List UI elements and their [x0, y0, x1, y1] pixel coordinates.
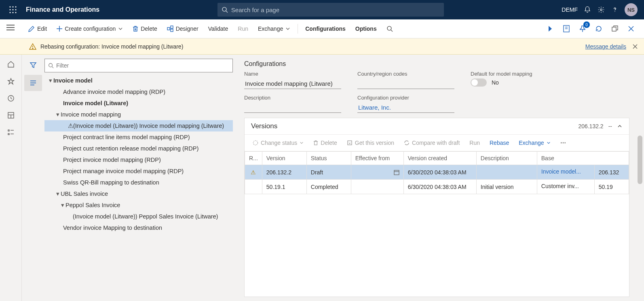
toolbar-search-button[interactable]	[382, 23, 397, 34]
edit-label: Edit	[37, 25, 47, 32]
edit-button[interactable]: Edit	[24, 23, 51, 34]
cell-created: 6/30/2020 04:38:03 AM	[403, 165, 476, 180]
search-icon	[48, 63, 54, 68]
tree-node[interactable]: ▾UBL Sales invoice	[44, 188, 233, 199]
rebase-button[interactable]: Rebase	[486, 138, 512, 148]
exchange-button[interactable]: Exchange	[254, 23, 294, 34]
app-launcher-icon[interactable]	[3, 6, 23, 13]
configurations-tab[interactable]: Configurations	[301, 23, 350, 34]
tree-node[interactable]: Swiss QR-Bill mapping to destination	[44, 177, 233, 188]
rail-home-icon[interactable]	[2, 56, 20, 72]
name-value[interactable]: Invoice model mapping (Litware)	[244, 78, 341, 89]
pin-icon[interactable]: 0	[576, 22, 589, 35]
col-effective[interactable]: Effective from	[351, 152, 403, 165]
chevron-up-icon[interactable]	[617, 123, 623, 129]
tree-node[interactable]: Project cust retention release model map…	[44, 143, 233, 154]
tree-node[interactable]: ▾Invoice model mapping	[44, 109, 233, 120]
topbar-right: DEMF NS	[562, 3, 641, 16]
main-area: ▾Invoice model Advance invoice model map…	[0, 55, 644, 301]
col-created[interactable]: Version created	[403, 152, 476, 165]
run-button: Run	[234, 23, 252, 34]
default-toggle[interactable]	[471, 78, 487, 87]
company-label[interactable]: DEMF	[562, 6, 578, 13]
search-input[interactable]	[231, 6, 440, 13]
svg-point-11	[600, 9, 602, 11]
notification-text: Rebasing configuration: Invoice model ma…	[40, 43, 183, 50]
svg-point-45	[49, 64, 53, 67]
tree-node[interactable]: (Invoice model (Litware)) Peppol Sales I…	[44, 211, 233, 222]
cell-base-name[interactable]: Invoice model...	[541, 168, 581, 175]
country-value[interactable]	[357, 78, 454, 89]
attach-icon[interactable]	[544, 22, 557, 35]
tree-node-root[interactable]: ▾Invoice model	[44, 75, 233, 86]
svg-point-3	[9, 9, 11, 10]
close-icon[interactable]	[625, 22, 638, 35]
gear-icon[interactable]	[597, 6, 605, 14]
validate-button[interactable]: Validate	[204, 23, 232, 34]
svg-point-9	[222, 7, 226, 11]
versions-exchange-button[interactable]: Exchange	[515, 138, 553, 148]
options-tab[interactable]: Options	[351, 23, 381, 34]
rail-workspace-icon[interactable]	[2, 107, 20, 123]
versions-toolbar: Change status Delete Get this version Co…	[245, 135, 629, 151]
svg-point-1	[12, 6, 13, 7]
popout-icon[interactable]	[608, 22, 621, 35]
svg-point-12	[614, 11, 615, 12]
tree-node[interactable]: Project invoice model mapping (RDP)	[44, 154, 233, 165]
col-r[interactable]: R...	[245, 152, 262, 165]
bell-icon[interactable]	[583, 6, 591, 14]
list-view-icon[interactable]	[24, 75, 42, 91]
tree-node-selected[interactable]: ⚠(Invoice model (Litware)) Invoice model…	[44, 120, 233, 131]
designer-button[interactable]: Designer	[163, 23, 203, 34]
download-icon	[347, 140, 353, 146]
tree-node[interactable]: Project contract line items model mappin…	[44, 131, 233, 143]
office-icon[interactable]	[560, 22, 573, 35]
chevron-down-icon	[285, 26, 290, 31]
svg-rect-27	[612, 27, 616, 31]
col-desc[interactable]: Description	[476, 152, 537, 165]
notification-close-icon[interactable]	[633, 44, 638, 49]
tree-node[interactable]: ▾Peppol Sales Invoice	[44, 199, 233, 211]
cell-base-ver: 206.132	[594, 165, 629, 180]
scrollbar[interactable]	[638, 136, 642, 298]
col-base[interactable]: Base	[537, 152, 629, 165]
create-configuration-button[interactable]: Create configuration	[53, 23, 127, 34]
tree-filter-input[interactable]	[56, 62, 229, 69]
tree-body: ▾Invoice model Advance invoice model map…	[44, 55, 236, 301]
search-box[interactable]	[217, 3, 444, 17]
tree-filter[interactable]	[44, 59, 233, 72]
svg-rect-48	[348, 141, 352, 145]
tree-node[interactable]: Invoice model (Litware)	[44, 98, 233, 109]
svg-point-8	[15, 12, 16, 13]
tree-node[interactable]: Advance invoice model mapping (RDP)	[44, 86, 233, 98]
filter-icon[interactable]	[24, 57, 42, 73]
toolbar-right: 0	[544, 22, 641, 35]
tree-node[interactable]: Vendor invoice Mapping to destination	[44, 222, 233, 233]
desc-label: Description	[244, 95, 341, 101]
rail-recent-icon[interactable]	[2, 90, 20, 106]
calendar-icon[interactable]	[394, 170, 399, 175]
cell-base-ver: 50.19	[594, 180, 629, 194]
col-version[interactable]: Version	[262, 152, 306, 165]
message-details-link[interactable]: Message details	[585, 43, 626, 50]
table-row[interactable]: ⚠ 206.132.2 Draft 6/30/2020 04:38:03 AM …	[245, 165, 629, 180]
col-status[interactable]: Status	[306, 152, 351, 165]
rail-modules-icon[interactable]	[2, 124, 20, 140]
chevron-down-icon	[547, 141, 551, 145]
svg-point-21	[387, 26, 391, 30]
refresh-icon[interactable]	[592, 22, 605, 35]
delete-button[interactable]: Delete	[129, 23, 161, 34]
name-label: Name	[244, 71, 341, 77]
tree-node[interactable]: Project manage invoice model mapping (RD…	[44, 165, 233, 177]
provider-value[interactable]: Litware, Inc.	[357, 102, 454, 113]
help-icon[interactable]	[611, 6, 619, 14]
run-label: Run	[238, 25, 248, 32]
avatar[interactable]: NS	[625, 3, 638, 16]
desc-value[interactable]	[244, 102, 341, 113]
search-icon	[222, 6, 228, 13]
menu-toggle-icon[interactable]	[6, 24, 15, 31]
exchange-label: Exchange	[258, 25, 283, 32]
more-icon[interactable]: ⋯	[557, 140, 570, 146]
rail-star-icon[interactable]	[2, 73, 20, 89]
table-row[interactable]: 50.19.1 Completed 6/30/2020 04:38:03 AM …	[245, 180, 629, 194]
